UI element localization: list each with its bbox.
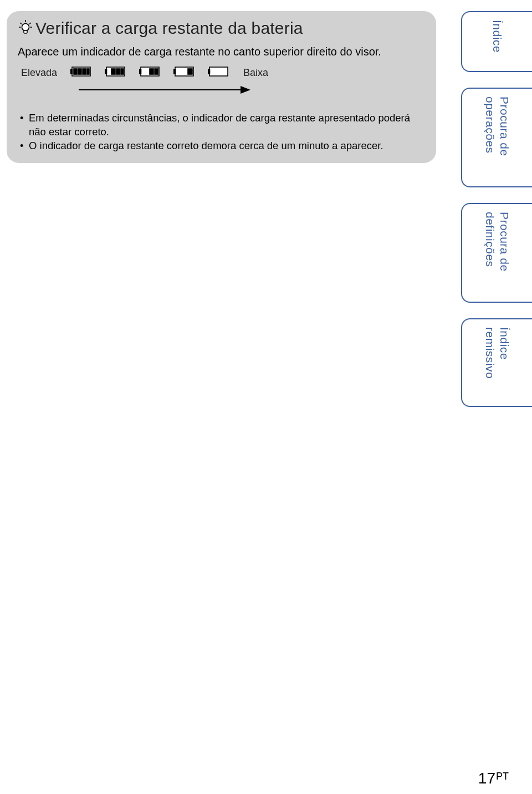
list-item: O indicador de carga restante correto de…	[20, 139, 425, 153]
tab-label: definições	[483, 212, 497, 272]
list-item: Em determinadas circunstâncias, o indica…	[20, 111, 425, 139]
svg-rect-25	[208, 69, 210, 74]
side-tabs: Índice operações Procura de definições P…	[461, 11, 532, 407]
svg-rect-8	[74, 69, 77, 74]
tab-label: Índice	[498, 327, 511, 379]
svg-rect-24	[209, 67, 228, 76]
svg-marker-27	[241, 86, 250, 94]
tab-label: Índice	[490, 20, 504, 53]
svg-rect-13	[105, 69, 107, 74]
callout-body-text: Aparece um indicador de carga restante n…	[18, 45, 425, 58]
label-high: Elevada	[21, 67, 57, 79]
svg-rect-22	[174, 69, 176, 74]
tab-indice[interactable]: Índice	[461, 11, 532, 72]
svg-rect-10	[83, 69, 86, 74]
callout-title-row: Verificar a carga restante da bateria	[18, 19, 425, 38]
tab-indice-remissivo[interactable]: remissivo Índice	[461, 318, 532, 407]
tab-label: Procura de	[498, 212, 511, 272]
page-number: 17PT	[478, 770, 509, 787]
svg-point-0	[22, 24, 29, 31]
tab-label: remissivo	[483, 327, 497, 379]
callout-title: Verificar a carga restante da bateria	[35, 19, 303, 38]
battery-icon-full	[70, 66, 93, 79]
page-lang-label: PT	[496, 771, 509, 782]
svg-line-2	[20, 23, 22, 24]
bullet-list: Em determinadas circunstâncias, o indica…	[18, 111, 425, 153]
battery-icon-2	[139, 66, 161, 79]
svg-rect-11	[87, 69, 89, 74]
tab-procura-definicoes[interactable]: definições Procura de	[461, 203, 532, 303]
page-number-value: 17	[478, 770, 495, 787]
svg-rect-18	[140, 69, 141, 74]
label-low: Baixa	[243, 67, 268, 79]
battery-icon-1	[173, 66, 196, 79]
svg-line-3	[29, 23, 31, 24]
svg-rect-20	[155, 69, 158, 74]
battery-icons-group	[70, 66, 230, 79]
battery-icon-empty	[208, 66, 230, 79]
svg-rect-7	[71, 69, 73, 74]
svg-rect-14	[111, 69, 115, 74]
tab-label: operações	[483, 96, 497, 156]
tip-callout: Verificar a carga restante da bateria Ap…	[7, 11, 436, 163]
arrow-icon	[18, 85, 425, 97]
battery-level-row: Elevada Baixa	[18, 66, 425, 79]
svg-rect-15	[116, 69, 120, 74]
tab-label: Procura de	[498, 96, 511, 156]
lightbulb-icon	[18, 19, 33, 38]
tab-procura-operacoes[interactable]: operações Procura de	[461, 88, 532, 187]
page: Verificar a carga restante da bateria Ap…	[0, 0, 532, 794]
svg-rect-16	[121, 69, 124, 74]
battery-icon-3	[105, 66, 127, 79]
svg-rect-23	[188, 69, 192, 74]
svg-rect-9	[78, 69, 81, 74]
svg-rect-19	[150, 69, 154, 74]
